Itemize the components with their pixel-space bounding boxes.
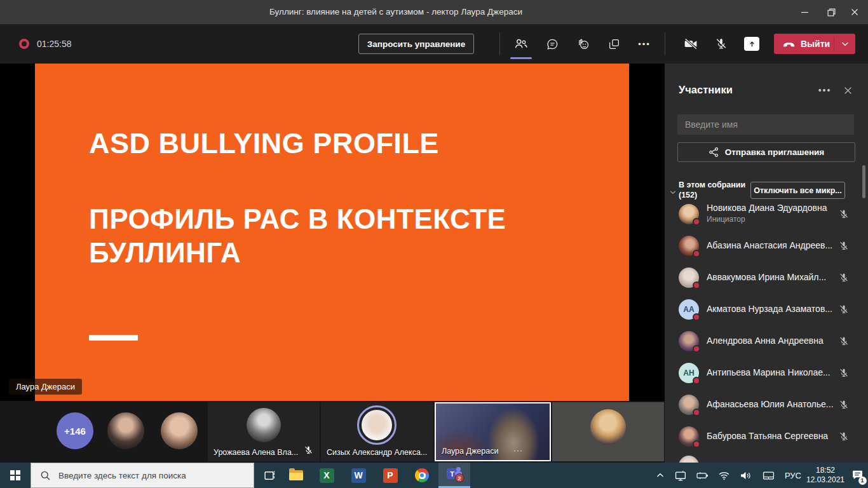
toolbar-divider [665,32,665,55]
participant-name: Новикова Диана Эдуардовна [707,203,827,213]
meeting-stage: ASD BULLYING PROFILE ПРОФИЛЬ РАС В КОНТЕ… [0,64,665,401]
participant-row[interactable]: Аввакумова Ирина Михайл... [665,262,868,294]
chrome-icon [415,468,429,482]
leave-button[interactable]: Выйти [774,34,855,54]
taskbar-date: 12.03.2021 [806,475,844,485]
mic-off-icon [715,37,728,50]
search-icon [40,470,51,481]
teams-meeting-window: Буллинг: влияние на детей с аутизмом - л… [0,0,868,488]
powerpoint-button[interactable]: P [376,463,404,488]
leave-options-button[interactable] [834,34,855,54]
display-tray-button[interactable] [670,463,691,488]
people-icon [514,38,528,50]
file-explorer-icon [289,470,303,480]
participant-row[interactable]: Алендрова Анна Андреевна [665,325,868,357]
participant-row[interactable]: АА Акматова Нурзада Азаматов... [665,294,868,325]
task-view-button[interactable] [255,463,283,488]
avatar[interactable] [107,412,144,449]
avatar-initials: АН [679,363,699,383]
word-icon: W [351,468,366,483]
file-explorer-button[interactable] [282,463,310,488]
window-titlebar: Буллинг: влияние на детей с аутизмом - л… [0,0,868,24]
video-tile-active[interactable]: Лаура Джераси ··· [435,402,551,461]
panel-more-button[interactable]: ••• [816,83,834,98]
participant-search-input[interactable] [677,114,854,135]
powerpoint-icon: P [383,468,398,483]
request-control-button[interactable]: Запросить управление [358,34,474,54]
excel-button[interactable]: X [313,463,341,488]
participants-filmstrip: +146 Урожаева Алена Вла... Сизых Алексан… [0,401,665,463]
panel-title: Участники [679,84,733,96]
participant-row[interactable]: АН Антипьева Марина Николае... [665,357,868,389]
reactions-button[interactable] [570,31,595,57]
video-tile[interactable]: Урожаева Алена Вла... [208,402,320,461]
taskbar-search-input[interactable] [58,471,236,480]
more-actions-button[interactable]: ••• [632,31,657,57]
start-button[interactable] [0,463,31,488]
language-indicator[interactable]: РУС [780,463,806,488]
breakout-rooms-button[interactable] [601,31,627,57]
restore-button[interactable] [818,0,844,24]
teams-notification-badge: 2 [455,473,464,482]
avatar-initials-text: АН [683,369,694,377]
presence-busy-dot [693,313,700,321]
send-invite-label: Отправка приглашения [725,147,825,157]
tile-more-icon[interactable]: ··· [513,446,523,455]
action-center-button[interactable]: 1 [846,463,868,488]
overflow-count-badge[interactable]: +146 [57,412,93,449]
close-button[interactable] [841,0,868,24]
minimize-icon [801,9,808,16]
slide-subtitle-line1: ПРОФИЛЬ РАС В КОНТЕКСТЕ [89,202,506,236]
video-tile[interactable]: Сизых Александр Алекса... [321,402,433,461]
volume-tray-button[interactable] [735,463,756,488]
participant-name: Аввакумова Ирина Михайл... [707,272,826,282]
hidden-icons-button[interactable] [649,463,671,488]
mute-all-button[interactable]: Отключить все микр... [750,182,845,199]
participant-name: Акматова Нурзада Азаматов... [707,304,832,314]
participant-row[interactable]: Абазина Анастасия Андреев... [665,230,868,262]
panel-scrollbar[interactable] [862,165,865,198]
word-button[interactable]: W [344,463,372,488]
participant-row[interactable]: Афанасьева Юлия Анатолье... [665,389,868,421]
slide-subtitle: ПРОФИЛЬ РАС В КОНТЕКСТЕ БУЛЛИНГА [89,202,506,269]
chat-icon [546,38,559,50]
monitor-icon [675,470,687,481]
touchpad-tray-button[interactable] [757,463,779,488]
chevron-up-icon [656,473,664,478]
teams-button-active[interactable]: T 2 [438,463,470,488]
meeting-toolbar: 01:25:58 Запросить управление ••• [0,24,868,64]
share-tray-button[interactable] [739,31,764,57]
tile-participant-name: Сизых Александр Алекса... [327,448,427,457]
battery-icon [696,471,709,480]
show-participants-button[interactable] [508,31,534,57]
taskbar-clock[interactable]: 18:52 12.03.2021 [806,463,845,488]
participant-row-partial[interactable] [665,452,868,463]
section-collapse-chevron[interactable] [670,186,676,197]
send-invite-button[interactable]: Отправка приглашения [677,142,855,162]
panel-close-button[interactable] [839,83,857,98]
minimize-button[interactable] [791,0,818,24]
participant-row[interactable]: Новикова Диана Эдуардовна Инициатор [665,198,868,230]
avatar [679,268,699,288]
mic-toggle-button[interactable] [709,31,734,57]
participant-row[interactable]: Бабурова Татьяна Сергеевна [665,421,868,452]
avatar [679,456,699,463]
chat-button[interactable] [539,31,565,57]
avatar[interactable] [161,412,198,449]
video-tile[interactable] [552,402,664,461]
shared-slide: ASD BULLYING PROFILE ПРОФИЛЬ РАС В КОНТЕ… [35,64,629,401]
avatar-initials: АА [679,299,699,320]
slide-title: ASD BULLYING PROFILE [89,127,439,160]
network-tray-button[interactable] [713,463,735,488]
slide-accent-dash [89,335,138,341]
participant-name: Афанасьева Юлия Анатолье... [707,399,834,409]
avatar [247,408,281,442]
volume-icon [740,471,752,480]
battery-tray-button[interactable] [691,463,713,488]
camera-toggle-button[interactable] [678,31,703,57]
taskbar-search-box[interactable] [31,463,254,488]
avatar [679,426,699,447]
presence-busy-dot [693,281,700,289]
chrome-button[interactable] [408,463,436,488]
recording-indicator-icon [19,39,29,49]
